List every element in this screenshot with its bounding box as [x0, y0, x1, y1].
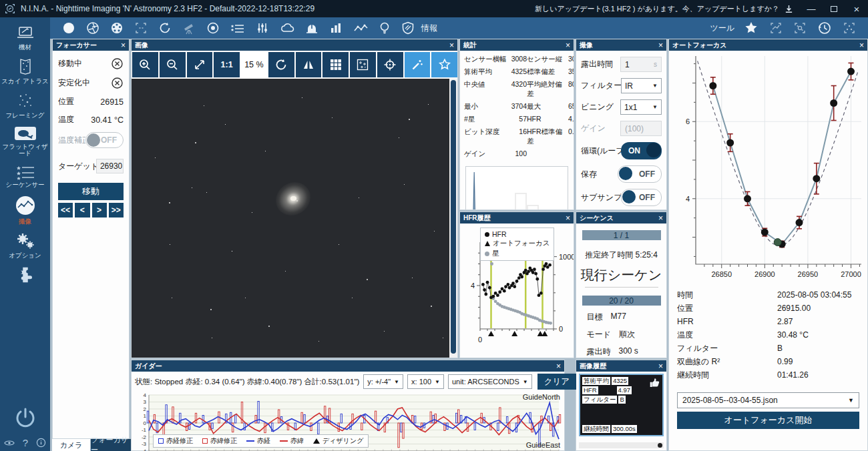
sidebar-item-sequencer[interactable]: シーケンサー [0, 163, 50, 188]
guider-icon[interactable] [206, 21, 220, 35]
close-icon[interactable]: × [566, 215, 570, 221]
close-icon[interactable]: × [556, 363, 561, 370]
app-title: N.I.N.A. - Nighttime Imaging 'N' Astrono… [21, 4, 314, 13]
sidebar-item-framing[interactable]: フレーミング [0, 91, 50, 119]
exposure-time-input[interactable]: 1s [620, 57, 662, 72]
gain-input[interactable]: (100) [620, 121, 662, 136]
star-annotation-button[interactable] [350, 52, 376, 77]
guider-panel-title: ガイダー [135, 362, 162, 371]
nina-application: { "title_bar": { "app_title": "N.I.N.A. … [0, 0, 868, 451]
sequence-target-row: 目標M77 [587, 312, 656, 323]
light-bulb-icon[interactable] [379, 21, 391, 35]
sequencer-icon [15, 163, 36, 180]
rotator-icon[interactable] [158, 21, 172, 35]
info-tab-label[interactable]: 情報 [421, 23, 437, 34]
close-icon[interactable]: × [449, 42, 454, 49]
close-button[interactable]: × [845, 0, 868, 17]
focuser-icon[interactable] [134, 21, 148, 35]
sidebar-item-imaging[interactable]: 撮像 [0, 194, 50, 225]
star-detect-button[interactable] [431, 52, 457, 77]
update-notice[interactable]: 新しいアップデート(3.1 HF2 ) があります。今、アップデートしますか？ [535, 4, 779, 14]
guider-unit-select[interactable]: unit: ARCSECONDS▼ [448, 374, 532, 389]
guider-y-scale-select[interactable]: y: +/-4"▼ [363, 374, 403, 389]
plugin-puzzle-icon [15, 265, 35, 285]
download-update-icon[interactable] [785, 5, 793, 13]
rotate-image-button[interactable] [268, 52, 294, 77]
image-history-panel-title: 画像履歴 [580, 362, 606, 371]
eye-icon[interactable] [4, 439, 15, 447]
image-history-panel: 画像履歴× 算術平均4325 HFR4.97 フィルターB 継続時間300.00… [576, 360, 667, 451]
tab-camera[interactable]: カメラ [52, 439, 90, 451]
switch-icon[interactable] [256, 21, 269, 35]
autofocus-panel-title: オートフォーカス [672, 41, 726, 50]
zoom-out-button[interactable] [160, 52, 186, 77]
power-icon[interactable] [13, 406, 37, 430]
tools-label[interactable]: ツール [710, 23, 734, 34]
step-left-button[interactable]: < [75, 203, 89, 217]
pixel-grid-button[interactable] [322, 52, 349, 77]
close-icon[interactable]: × [658, 215, 663, 221]
exposure-panel-icon[interactable] [843, 21, 856, 35]
image-viewport[interactable] [132, 79, 457, 358]
info-icon[interactable] [36, 438, 46, 448]
star-field-bright [132, 79, 133, 80]
sidebar-item-equipment[interactable]: 機材 [0, 24, 50, 51]
image-history-thumbnail[interactable]: 算術平均4325 HFR4.97 フィルターB 継続時間300.00s [579, 374, 664, 436]
flat-panel-pulse-icon[interactable] [353, 21, 368, 35]
close-icon[interactable]: × [859, 42, 864, 49]
analysis-bars-icon[interactable] [329, 21, 343, 35]
zoom-in-button[interactable] [132, 52, 158, 77]
filter-wheel-icon[interactable] [110, 21, 124, 35]
subsample-toggle[interactable]: OFF [621, 189, 662, 206]
star-detection-icon[interactable] [793, 21, 807, 35]
history-icon[interactable] [817, 21, 832, 35]
target-position-input[interactable]: 26930 [96, 159, 124, 173]
sidebar-item-plugins[interactable]: プラグイン [0, 265, 50, 285]
favorite-star-icon[interactable] [744, 21, 758, 35]
telescope-icon[interactable] [182, 21, 196, 35]
dome-icon[interactable] [305, 21, 318, 35]
one-to-one-button[interactable]: 1:1 [214, 52, 240, 77]
close-icon[interactable]: × [658, 363, 663, 370]
sidebar-item-flat-wizard[interactable]: フラットウィザード [0, 125, 50, 157]
temp-comp-toggle[interactable]: OFF [85, 132, 124, 148]
filter-select[interactable]: IR▼ [621, 78, 662, 93]
guider-x-scale-select[interactable]: x: 100▼ [407, 374, 444, 389]
sidebar-item-options[interactable]: オプション [0, 231, 50, 259]
sidebar-item-sky-atlas[interactable]: スカイ アトラス [0, 57, 50, 85]
framing-assistant-icon[interactable] [769, 21, 783, 35]
auto-stretch-wand-button[interactable] [405, 52, 431, 77]
loop-toggle[interactable]: ON [621, 142, 662, 159]
step-far-right-button[interactable]: >> [109, 203, 124, 217]
close-icon[interactable]: × [566, 42, 570, 49]
focuser-temp-value: 30.41 °C [91, 115, 124, 125]
binning-select[interactable]: 1x1▼ [620, 99, 662, 115]
image-panel-title: 画像 [135, 41, 148, 50]
fit-to-screen-button[interactable] [187, 52, 213, 77]
close-icon[interactable]: × [658, 42, 663, 49]
move-button[interactable]: 移動 [58, 183, 124, 200]
maximize-button[interactable] [823, 0, 845, 17]
camera-connect-icon[interactable] [62, 21, 75, 35]
guider-clear-button[interactable]: クリア [537, 374, 576, 390]
hfr-legend: HFR オートフォーカス 星 [480, 228, 554, 261]
safety-shield-icon[interactable] [401, 21, 415, 35]
save-toggle[interactable]: OFF [618, 165, 662, 183]
crosshair-button[interactable] [377, 52, 403, 77]
start-autofocus-button[interactable]: オートフォーカス開始 [677, 412, 859, 429]
shutter-icon[interactable] [86, 21, 99, 35]
close-icon[interactable]: × [121, 42, 126, 49]
step-far-left-button[interactable]: << [58, 203, 73, 217]
sequence-panel-title: シーケンス [580, 213, 614, 223]
step-right-button[interactable]: > [92, 203, 107, 217]
equipment-icon [15, 24, 35, 43]
flip-horizontal-button[interactable] [296, 52, 322, 77]
autofocus-run-select[interactable]: 2025-08-05--03-04-55.json▼ [677, 392, 859, 408]
help-icon[interactable]: ? [23, 437, 28, 448]
sequence-icon[interactable] [230, 21, 245, 35]
minimize-button[interactable]: — [800, 0, 823, 17]
image-vertical-scrollbar[interactable] [449, 79, 457, 358]
tab-focuser[interactable]: フォーカサー [91, 439, 132, 451]
weather-cloud-icon[interactable] [280, 21, 294, 35]
image-history-scrollbar[interactable] [579, 442, 664, 448]
